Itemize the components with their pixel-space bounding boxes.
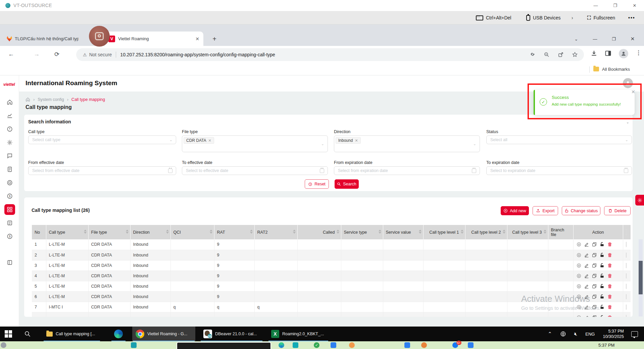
- edit-pencil-icon[interactable]: [584, 252, 589, 258]
- col-called[interactable]: Called: [297, 225, 341, 239]
- scrollbar-thumb[interactable]: [639, 261, 643, 294]
- key-icon[interactable]: [530, 52, 536, 58]
- back-icon[interactable]: ←: [8, 51, 14, 58]
- view-eye-icon[interactable]: [576, 252, 582, 258]
- side-panel-icon[interactable]: [605, 50, 611, 57]
- sort-icon[interactable]: [337, 230, 339, 234]
- toast-close-icon[interactable]: ✕: [631, 89, 635, 95]
- col-service-value[interactable]: Service value: [383, 225, 423, 239]
- delete-trash-icon[interactable]: [607, 252, 612, 258]
- col-call-type[interactable]: Call type: [46, 225, 88, 239]
- to-expiration-date-input[interactable]: Select to expiration date: [486, 166, 632, 175]
- host-app-icon[interactable]: [349, 342, 355, 348]
- copy-icon[interactable]: [592, 242, 597, 247]
- lock-icon[interactable]: [599, 263, 605, 268]
- lock-icon[interactable]: [599, 252, 605, 258]
- start-button[interactable]: [1, 327, 15, 341]
- delete-trash-icon[interactable]: [607, 273, 612, 279]
- col-direction[interactable]: Direction: [130, 225, 170, 239]
- breadcrumb-call-type-mapping[interactable]: Call type mapping: [71, 97, 105, 102]
- table-scrollbar[interactable]: [639, 239, 643, 316]
- view-eye-icon[interactable]: [576, 263, 582, 268]
- copy-icon[interactable]: [592, 294, 597, 299]
- home-icon[interactable]: [26, 97, 30, 102]
- reset-button[interactable]: Reset: [305, 179, 329, 189]
- browser-maximize-button[interactable]: ❐: [608, 34, 620, 44]
- toolbar-expand-chevron[interactable]: ›: [572, 11, 573, 24]
- row-checkbox[interactable]: [626, 252, 627, 258]
- lock-icon[interactable]: [599, 294, 605, 299]
- user-avatar[interactable]: [623, 78, 633, 88]
- row-checkbox[interactable]: [626, 284, 627, 289]
- row-checkbox[interactable]: [626, 315, 627, 317]
- change-status-button[interactable]: Change status: [562, 206, 600, 215]
- not-secure-label[interactable]: Not secure: [89, 52, 112, 57]
- view-eye-icon[interactable]: [576, 315, 582, 317]
- share-icon[interactable]: [558, 52, 564, 58]
- taskbar-search-button[interactable]: [21, 327, 34, 341]
- taskbar-app-excel[interactable]: X Roaming2.0_KBKT_...: [268, 327, 329, 341]
- sidebar-document-icon[interactable]: [6, 165, 14, 173]
- col-call-type-level-2[interactable]: Call type level 2: [465, 225, 507, 239]
- bookmark-star-icon[interactable]: [572, 52, 578, 58]
- edit-pencil-icon[interactable]: [584, 242, 589, 247]
- delete-trash-icon[interactable]: [607, 315, 612, 317]
- sort-icon[interactable]: [419, 230, 422, 234]
- to-effective-date-input[interactable]: Select to effective date: [182, 166, 328, 175]
- taskbar-clock[interactable]: 5:37 PM 10/30/2025: [603, 329, 624, 339]
- row-checkbox[interactable]: [626, 273, 627, 279]
- tab-viettel-close-icon[interactable]: ✕: [195, 36, 199, 42]
- lock-icon[interactable]: [599, 273, 605, 279]
- sort-icon[interactable]: [461, 230, 463, 234]
- all-bookmarks-button[interactable]: All Bookmarks: [602, 67, 630, 72]
- from-effective-date-input[interactable]: Select from effective date: [28, 166, 176, 175]
- lock-icon[interactable]: [599, 284, 605, 289]
- download-icon[interactable]: [591, 50, 597, 57]
- sort-icon[interactable]: [503, 230, 505, 234]
- direction-tag[interactable]: Inbound✕: [336, 137, 361, 144]
- sidebar-chart-icon[interactable]: [6, 112, 14, 120]
- ctrl-alt-del-button[interactable]: Ctrl+Alt+Del: [476, 11, 511, 24]
- file-type-multiselect[interactable]: CDR DATA✕ ⌄: [182, 135, 328, 152]
- view-eye-icon[interactable]: [576, 284, 582, 289]
- col-call-type-level-3[interactable]: Call type level 3: [507, 225, 548, 239]
- sidebar-monitor-icon[interactable]: [6, 125, 14, 133]
- edit-pencil-icon[interactable]: [584, 315, 589, 317]
- taskbar-app-folder[interactable]: Call type mapping [...: [43, 327, 101, 341]
- browser-minimize-button[interactable]: —: [589, 34, 601, 44]
- view-eye-icon[interactable]: [576, 273, 582, 279]
- sort-icon[interactable]: [84, 230, 87, 234]
- host-app-icon[interactable]: [404, 342, 410, 348]
- taskbar-app-dbeaver[interactable]: DB DBeaver 21.0.0 - cal...: [200, 327, 263, 341]
- url-text[interactable]: 10.207.252.135:8200/roaming-app/system-c…: [120, 52, 275, 57]
- col-qci[interactable]: QCI: [170, 225, 214, 239]
- sort-icon[interactable]: [250, 230, 253, 234]
- direction-multiselect[interactable]: Inbound✕ ⌄: [334, 135, 480, 152]
- col-service-type[interactable]: Service type: [341, 225, 383, 239]
- host-app-icon[interactable]: [293, 342, 298, 348]
- host-app-icon[interactable]: [468, 342, 474, 348]
- row-checkbox[interactable]: [626, 294, 627, 299]
- delete-trash-icon[interactable]: [607, 304, 612, 310]
- breadcrumb-system-config[interactable]: System config: [38, 97, 64, 102]
- host-clock[interactable]: 5:37 PM: [598, 343, 614, 348]
- floating-settings-button[interactable]: [635, 195, 644, 206]
- col-select-all[interactable]: [623, 225, 631, 239]
- sidebar-list-icon[interactable]: [6, 219, 14, 227]
- forward-icon[interactable]: →: [34, 51, 40, 58]
- sidebar-settings-icon[interactable]: [6, 138, 14, 147]
- search-collapse-chevron-icon[interactable]: ⌄: [626, 120, 629, 124]
- export-button[interactable]: Export: [533, 206, 558, 215]
- sidebar-tools-icon[interactable]: [6, 179, 14, 187]
- search-button[interactable]: Search: [335, 179, 359, 189]
- tray-chevron-up-icon[interactable]: ⌃: [548, 331, 552, 337]
- taskbar-app-edge[interactable]: [111, 327, 126, 341]
- sidebar-billing-icon[interactable]: $: [6, 232, 14, 240]
- lock-icon[interactable]: [599, 315, 605, 317]
- browser-profile-avatar[interactable]: [619, 49, 628, 58]
- tag-remove-icon[interactable]: ✕: [208, 138, 211, 143]
- action-center-icon[interactable]: [631, 331, 638, 337]
- host-app-icon[interactable]: [331, 342, 336, 348]
- sort-icon[interactable]: [126, 230, 129, 234]
- edit-pencil-icon[interactable]: [584, 284, 589, 289]
